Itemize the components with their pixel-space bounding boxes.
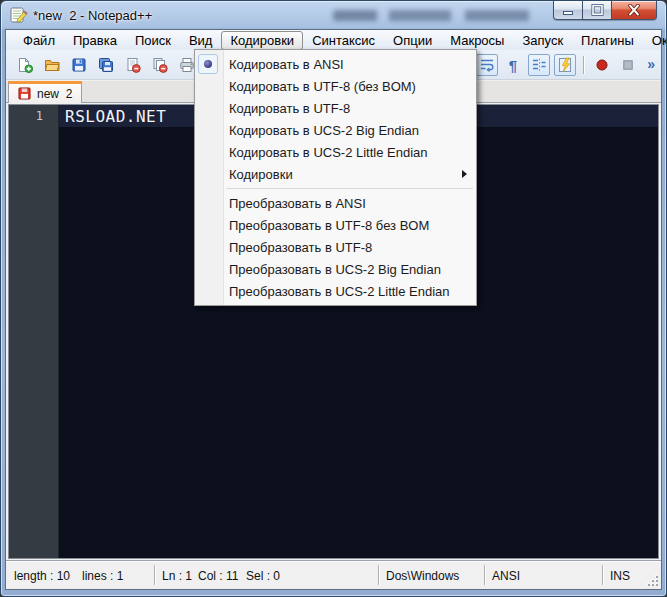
close-all-icon xyxy=(152,57,168,73)
menu-item-encode-utf8-no-bom[interactable]: Кодировать в UTF-8 (без BOM) xyxy=(195,75,476,97)
tab-new-2[interactable]: new 2 xyxy=(8,81,82,103)
close-icon xyxy=(627,4,641,16)
open-file-button[interactable] xyxy=(41,54,63,76)
save-all-button[interactable] xyxy=(95,54,117,76)
menu-item-encode-ucs2-be[interactable]: Кодировать в UCS-2 Big Endian xyxy=(195,119,476,141)
menu-item-encode-ucs2-le[interactable]: Кодировать в UCS-2 Little Endian xyxy=(195,141,476,163)
menu-item-convert-ansi[interactable]: Преобразовать в ANSI xyxy=(195,192,476,214)
encodings-dropdown-menu: Кодировать в ANSI Кодировать в UTF-8 (бе… xyxy=(194,49,477,306)
indent-guide-icon xyxy=(531,57,547,73)
menu-item-convert-ucs2-le[interactable]: Преобразовать в UCS-2 Little Endian xyxy=(195,280,476,302)
tab-label: new 2 xyxy=(37,87,72,101)
menu-settings[interactable]: Опции xyxy=(384,31,441,50)
indent-guide-button[interactable] xyxy=(528,54,550,76)
document-text: RSLOAD.NET xyxy=(59,107,166,126)
status-divider xyxy=(378,565,379,585)
radio-checked-icon xyxy=(198,54,218,74)
close-button[interactable] xyxy=(611,1,657,20)
function-list-icon xyxy=(557,57,573,73)
client-area: Файл Правка Поиск Вид Кодировки Синтакси… xyxy=(5,29,662,590)
resize-grip[interactable] xyxy=(646,574,659,587)
menu-item-convert-utf8-no-bom[interactable]: Преобразовать в UTF-8 без BOM xyxy=(195,214,476,236)
menu-item-encode-ansi[interactable]: Кодировать в ANSI xyxy=(195,53,476,75)
notepad-window: *new 2 - Notepad++ xyxy=(0,0,667,597)
print-icon xyxy=(179,57,195,73)
status-divider xyxy=(484,565,485,585)
notepadpp-app-icon xyxy=(10,7,28,23)
save-icon xyxy=(71,57,87,73)
submenu-arrow-icon xyxy=(462,170,467,178)
menu-window[interactable]: Окна xyxy=(643,31,667,50)
save-all-icon xyxy=(98,57,114,73)
menu-separator xyxy=(226,188,473,189)
new-file-icon xyxy=(17,57,33,73)
status-length: length : 10 xyxy=(14,569,70,583)
function-list-button[interactable] xyxy=(554,54,576,76)
menu-encoding[interactable]: Кодировки xyxy=(221,31,303,50)
window-title: *new 2 - Notepad++ xyxy=(33,8,152,23)
menu-plugins[interactable]: Плагины xyxy=(572,31,643,50)
close-document-toolbar-button[interactable] xyxy=(122,54,144,76)
window-controls xyxy=(553,1,657,20)
menu-macro[interactable]: Макросы xyxy=(441,31,513,50)
open-folder-icon xyxy=(44,57,60,73)
menu-run[interactable]: Запуск xyxy=(513,31,572,50)
pilcrow-icon: ¶ xyxy=(509,57,517,74)
maximize-icon xyxy=(591,4,604,16)
status-insert-mode: INS xyxy=(610,569,630,583)
new-file-button[interactable] xyxy=(14,54,36,76)
stop-macro-icon xyxy=(620,57,636,73)
menu-edit[interactable]: Правка xyxy=(64,31,126,50)
status-bar: length : 10 lines : 1 Ln : 1 Col : 11 Se… xyxy=(6,560,661,589)
menu-view[interactable]: Вид xyxy=(180,31,222,50)
unsaved-file-icon xyxy=(18,87,31,100)
toolbar-separator xyxy=(583,56,584,74)
status-line: Ln : 1 xyxy=(162,569,192,583)
close-all-button[interactable] xyxy=(149,54,171,76)
status-eol-format: Dos\Windows xyxy=(386,569,459,583)
word-wrap-icon xyxy=(479,57,495,73)
status-lines: lines : 1 xyxy=(82,569,123,583)
status-selection: Sel : 0 xyxy=(246,569,280,583)
record-macro-icon xyxy=(594,57,610,73)
record-macro-button[interactable] xyxy=(591,54,613,76)
menu-item-convert-utf8[interactable]: Преобразовать в UTF-8 xyxy=(195,236,476,258)
status-encoding: ANSI xyxy=(492,569,520,583)
toolbar-overflow-chevron[interactable]: » xyxy=(647,56,655,72)
maximize-button[interactable] xyxy=(583,1,611,20)
menu-item-convert-ucs2-be[interactable]: Преобразовать в UCS-2 Big Endian xyxy=(195,258,476,280)
word-wrap-button[interactable] xyxy=(476,54,498,76)
line-number: 1 xyxy=(36,109,43,123)
minimize-icon xyxy=(562,4,574,16)
stop-macro-button[interactable] xyxy=(617,54,639,76)
title-bar[interactable]: *new 2 - Notepad++ xyxy=(1,1,666,29)
status-column: Col : 11 xyxy=(198,569,238,583)
menu-language[interactable]: Синтаксис xyxy=(303,31,384,50)
close-document-icon xyxy=(125,57,141,73)
menu-file[interactable]: Файл xyxy=(14,31,64,50)
menu-item-encode-utf8[interactable]: Кодировать в UTF-8 xyxy=(195,97,476,119)
status-divider xyxy=(154,565,155,585)
status-divider xyxy=(602,565,603,585)
save-button[interactable] xyxy=(68,54,90,76)
show-all-characters-button[interactable]: ¶ xyxy=(502,54,524,76)
menu-item-character-sets[interactable]: Кодировки xyxy=(195,163,476,185)
menu-bar: Файл Правка Поиск Вид Кодировки Синтакси… xyxy=(6,30,661,50)
minimize-button[interactable] xyxy=(553,1,583,20)
menu-search[interactable]: Поиск xyxy=(126,31,180,50)
line-number-gutter: 1 xyxy=(9,105,59,558)
blurred-watermark xyxy=(333,10,561,21)
